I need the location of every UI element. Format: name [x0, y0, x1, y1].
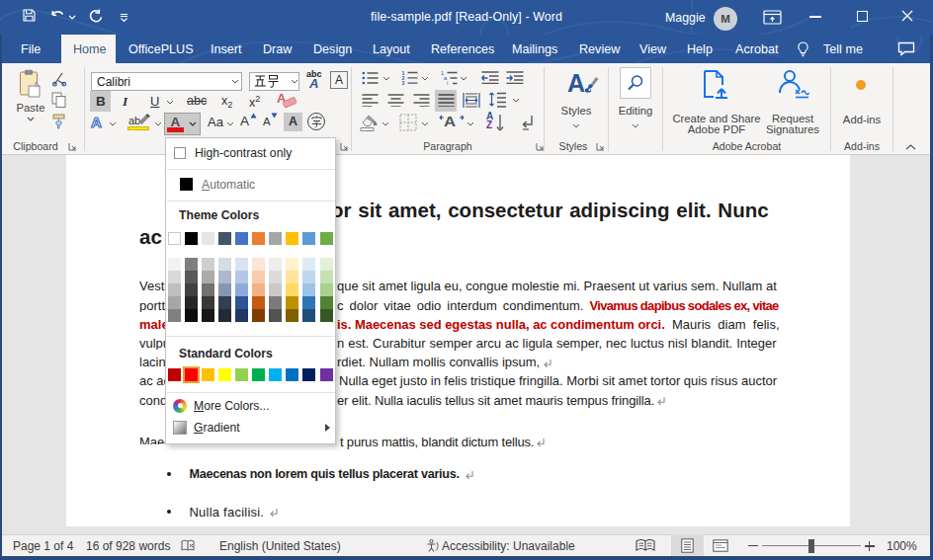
svg-text:i: i — [447, 80, 448, 85]
svg-text:3: 3 — [402, 80, 405, 85]
